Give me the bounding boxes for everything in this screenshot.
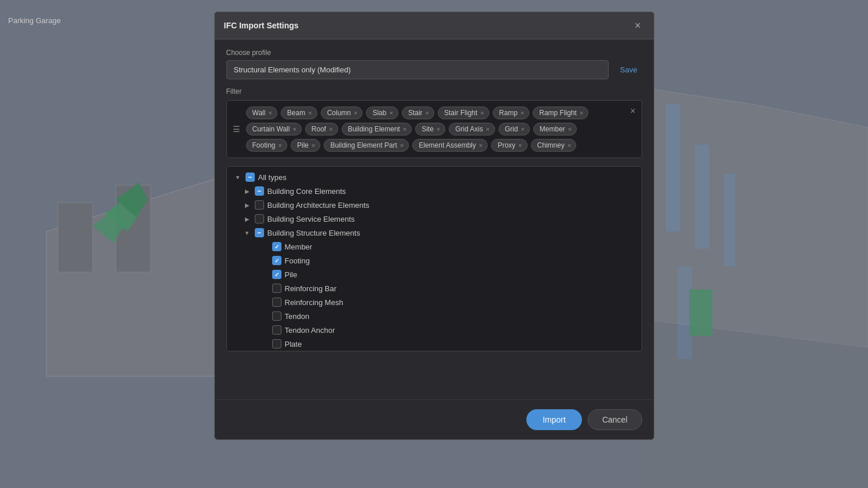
tree-checkbox[interactable]: [272, 298, 281, 307]
tag-element-assembly[interactable]: Element Assembly×: [412, 139, 488, 152]
tree-toggle[interactable]: ▼: [243, 229, 251, 237]
tag-label-wall: Wall: [252, 109, 266, 117]
tree-child-3-2[interactable]: Pile: [227, 267, 642, 281]
tag-ramp-flight[interactable]: Ramp Flight×: [533, 107, 588, 119]
cancel-button[interactable]: Cancel: [588, 409, 642, 430]
tag-slab[interactable]: Slab×: [366, 107, 398, 119]
tag-label-grid-axis: Grid Axis: [455, 125, 483, 133]
tag-chimney[interactable]: Chimney×: [531, 139, 577, 152]
tag-label-beam: Beam: [287, 109, 305, 117]
tree-root-label: All types: [258, 173, 287, 182]
tag-roof[interactable]: Roof×: [305, 123, 338, 135]
tag-remove-stair[interactable]: ×: [426, 110, 429, 116]
tag-beam[interactable]: Beam×: [281, 107, 317, 119]
tree-toggle-empty: [261, 270, 269, 278]
tag-remove-slab[interactable]: ×: [389, 110, 393, 116]
tree-checkbox[interactable]: [255, 228, 264, 237]
filter-box: ☰ Wall×Beam×Column×Slab×Stair×Stair Flig…: [226, 100, 642, 158]
tag-remove-proxy[interactable]: ×: [518, 142, 522, 149]
tag-ramp[interactable]: Ramp×: [493, 107, 529, 119]
tree-item-1[interactable]: ▶Building Architecture Elements: [227, 198, 642, 212]
tree-child-label-3-4: Reinforcing Mesh: [285, 298, 343, 307]
tag-wall[interactable]: Wall×: [246, 107, 277, 119]
tree-toggle-empty: [261, 284, 269, 292]
tree-checkbox[interactable]: [246, 173, 255, 182]
tag-remove-member[interactable]: ×: [568, 126, 572, 133]
tag-remove-beam[interactable]: ×: [308, 110, 312, 116]
filter-tags-area: ☰ Wall×Beam×Column×Slab×Stair×Stair Flig…: [233, 107, 636, 152]
tag-label-grid: Grid: [505, 125, 518, 133]
tree-child-3-7[interactable]: Plate: [227, 337, 642, 351]
tag-building-element[interactable]: Building Element×: [342, 123, 412, 135]
tree-child-3-3[interactable]: Reinforcing Bar: [227, 281, 642, 295]
tag-curtain-wall[interactable]: Curtain Wall×: [246, 123, 302, 135]
tag-remove-ramp[interactable]: ×: [521, 110, 524, 116]
tree-toggle-empty: [261, 312, 269, 320]
save-button[interactable]: Save: [616, 63, 642, 76]
tag-building-element-part[interactable]: Building Element Part×: [324, 139, 409, 152]
import-button[interactable]: Import: [526, 409, 582, 430]
tag-stair[interactable]: Stair×: [402, 107, 434, 119]
profile-dropdown[interactable]: Structural Elements only (Modified): [226, 60, 609, 79]
tag-remove-building-element[interactable]: ×: [403, 126, 406, 133]
tag-remove-curtain-wall[interactable]: ×: [292, 126, 296, 133]
tag-remove-grid-axis[interactable]: ×: [486, 126, 489, 133]
tag-remove-ramp-flight[interactable]: ×: [580, 110, 583, 116]
tree-checkbox[interactable]: [272, 242, 281, 251]
dialog-close-button[interactable]: ×: [631, 19, 644, 32]
tag-member[interactable]: Member×: [533, 123, 577, 135]
tag-remove-chimney[interactable]: ×: [567, 142, 571, 149]
tree-item-3[interactable]: ▼Building Structure Elements: [227, 226, 642, 240]
tree-checkbox[interactable]: [272, 325, 281, 335]
tag-site[interactable]: Site×: [415, 123, 445, 135]
tag-remove-building-element-part[interactable]: ×: [400, 142, 404, 149]
tag-label-roof: Roof: [312, 125, 326, 133]
dialog-titlebar: IFC Import Settings ×: [215, 12, 654, 39]
tree-child-3-1[interactable]: Footing: [227, 254, 642, 267]
tree-section[interactable]: ▼All types▶Building Core Elements▶Buildi…: [226, 166, 642, 351]
tree-item-2[interactable]: ▶Building Service Elements: [227, 212, 642, 226]
tag-grid-axis[interactable]: Grid Axis×: [449, 123, 495, 135]
tag-grid[interactable]: Grid×: [499, 123, 530, 135]
tree-child-3-4[interactable]: Reinforcing Mesh: [227, 295, 642, 309]
tag-remove-wall[interactable]: ×: [268, 110, 272, 116]
tree-checkbox[interactable]: [255, 214, 264, 223]
tree-item-label-3: Building Structure Elements: [268, 229, 360, 237]
tree-checkbox[interactable]: [255, 200, 264, 210]
tree-checkbox[interactable]: [255, 186, 264, 196]
tree-item-0[interactable]: ▶Building Core Elements: [227, 184, 642, 198]
tag-remove-grid[interactable]: ×: [521, 126, 524, 133]
tag-remove-site[interactable]: ×: [437, 126, 440, 133]
tag-label-proxy: Proxy: [497, 141, 515, 149]
tree-child-3-6[interactable]: Tendon Anchor: [227, 323, 642, 337]
tree-root[interactable]: ▼All types: [227, 170, 642, 184]
tree-child-label-3-7: Plate: [285, 340, 302, 348]
tree-toggle[interactable]: ▶: [243, 201, 251, 209]
tag-footing[interactable]: Footing×: [246, 139, 287, 152]
tag-proxy[interactable]: Proxy×: [491, 139, 527, 152]
tag-remove-pile[interactable]: ×: [312, 142, 315, 149]
tree-child-3-0[interactable]: Member: [227, 240, 642, 254]
tree-checkbox[interactable]: [272, 311, 281, 321]
tag-remove-footing[interactable]: ×: [279, 142, 282, 149]
tree-checkbox[interactable]: [272, 256, 281, 265]
tag-remove-stair-flight[interactable]: ×: [480, 110, 484, 116]
tree-checkbox[interactable]: [272, 284, 281, 293]
tag-stair-flight[interactable]: Stair Flight×: [438, 107, 489, 119]
tree-toggle[interactable]: ▶: [243, 187, 251, 195]
filter-clear-button[interactable]: ×: [630, 107, 635, 116]
tag-remove-roof[interactable]: ×: [329, 126, 332, 133]
profile-section: Choose profile Structural Elements only …: [226, 49, 642, 79]
tag-remove-element-assembly[interactable]: ×: [479, 142, 482, 149]
tag-pile[interactable]: Pile×: [291, 139, 320, 152]
tree-child-3-5[interactable]: Tendon: [227, 309, 642, 323]
tag-column[interactable]: Column×: [321, 107, 363, 119]
tree-toggle[interactable]: ▶: [243, 215, 251, 223]
tag-label-column: Column: [327, 109, 351, 117]
tag-label-stair: Stair: [408, 109, 423, 117]
tree-toggle[interactable]: ▼: [234, 173, 242, 181]
tag-remove-column[interactable]: ×: [354, 110, 357, 116]
tree-checkbox[interactable]: [272, 339, 281, 348]
tag-label-stair-flight: Stair Flight: [444, 109, 477, 117]
tree-checkbox[interactable]: [272, 270, 281, 279]
